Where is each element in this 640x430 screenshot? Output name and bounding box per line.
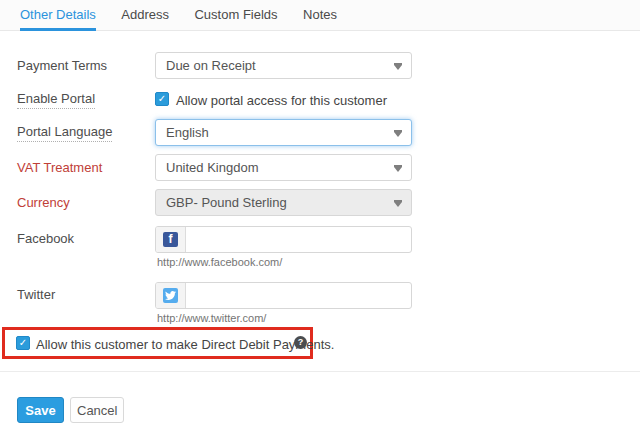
twitter-icon-cell xyxy=(156,283,186,308)
enable-portal-label: Enable Portal xyxy=(17,91,95,109)
twitter-input-group xyxy=(155,282,412,309)
facebook-icon: f xyxy=(163,232,178,247)
checkmark-icon: ✓ xyxy=(17,337,29,349)
facebook-icon-cell: f xyxy=(156,227,186,252)
checkmark-icon: ✓ xyxy=(156,93,168,105)
currency-value: GBP- Pound Sterling xyxy=(166,195,287,210)
portal-language-value: English xyxy=(166,125,209,140)
facebook-input[interactable] xyxy=(186,227,411,252)
facebook-input-group: f xyxy=(155,226,412,253)
footer-divider xyxy=(0,371,640,372)
facebook-label: Facebook xyxy=(17,231,74,246)
help-icon[interactable]: ? xyxy=(294,336,307,349)
vat-treatment-value: United Kingdom xyxy=(166,160,259,175)
vat-treatment-label: VAT Treatment xyxy=(17,160,102,175)
payment-terms-value: Due on Receipt xyxy=(166,58,256,73)
tab-custom-fields[interactable]: Custom Fields xyxy=(194,0,277,31)
payment-terms-select[interactable]: Due on Receipt xyxy=(155,52,412,79)
enable-portal-option-label: Allow portal access for this customer xyxy=(176,93,387,108)
cancel-button[interactable]: Cancel xyxy=(70,397,124,423)
dropdown-arrow-icon xyxy=(394,167,402,172)
tab-address[interactable]: Address xyxy=(121,0,169,31)
twitter-label: Twitter xyxy=(17,287,55,302)
direct-debit-checkbox[interactable]: ✓ xyxy=(16,336,30,350)
currency-label: Currency xyxy=(17,195,70,210)
dropdown-arrow-icon xyxy=(394,202,402,207)
tab-bar: Other Details Address Custom Fields Note… xyxy=(0,0,640,31)
vat-treatment-select[interactable]: United Kingdom xyxy=(155,154,412,181)
twitter-icon xyxy=(163,288,178,303)
direct-debit-option-label: Allow this customer to make Direct Debit… xyxy=(36,337,334,352)
save-button[interactable]: Save xyxy=(17,397,64,423)
tab-notes[interactable]: Notes xyxy=(303,0,337,31)
facebook-hint: http://www.facebook.com/ xyxy=(157,256,282,268)
dropdown-arrow-icon xyxy=(394,65,402,70)
currency-select[interactable]: GBP- Pound Sterling xyxy=(155,189,412,216)
portal-language-select[interactable]: English xyxy=(155,119,412,146)
portal-language-label: Portal Language xyxy=(17,124,112,142)
dropdown-arrow-icon xyxy=(394,132,402,137)
twitter-input[interactable] xyxy=(186,283,411,308)
customer-details-form: Other Details Address Custom Fields Note… xyxy=(0,0,640,430)
enable-portal-checkbox[interactable]: ✓ xyxy=(155,92,169,106)
tab-other-details[interactable]: Other Details xyxy=(20,0,96,31)
payment-terms-label: Payment Terms xyxy=(17,58,107,73)
twitter-hint: http://www.twitter.com/ xyxy=(157,312,266,324)
